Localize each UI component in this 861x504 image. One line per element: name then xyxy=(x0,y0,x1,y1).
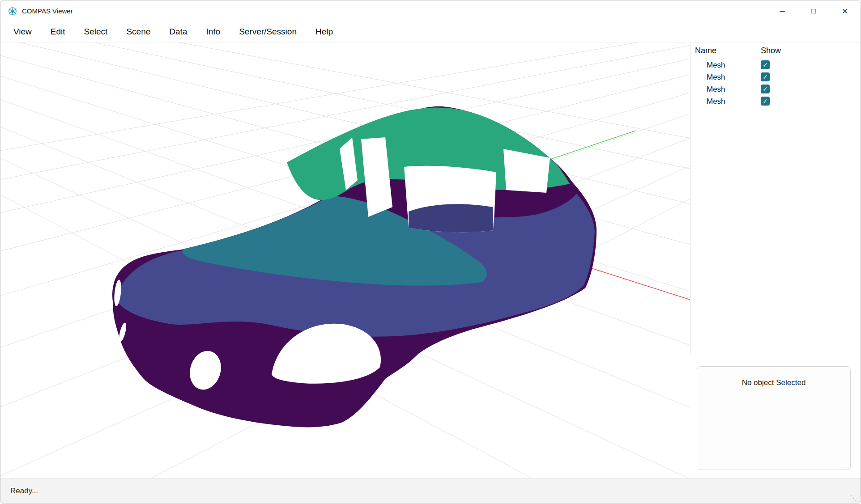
windshield-interior-shadow xyxy=(409,204,494,232)
car-mesh xyxy=(112,106,597,428)
check-icon: ✓ xyxy=(763,62,768,68)
show-checkbox[interactable]: ✓ xyxy=(761,97,770,106)
minimize-button[interactable]: ─ xyxy=(767,0,798,21)
title-group: COMPAS Viewer xyxy=(0,6,73,16)
show-checkbox[interactable]: ✓ xyxy=(761,72,770,81)
inspector-panel: No object Selected xyxy=(697,366,851,470)
compas-logo-icon xyxy=(8,6,17,16)
mesh-label: Mesh xyxy=(691,73,725,82)
status-bar: Ready... ⋱ xyxy=(0,478,861,504)
scene-tree: Name Show Mesh ✓ Mesh ✓ Mesh xyxy=(690,42,861,354)
maximize-icon: □ xyxy=(811,7,816,15)
menu-item-help[interactable]: Help xyxy=(306,21,342,42)
column-header-name[interactable]: Name xyxy=(691,42,756,59)
tree-row[interactable]: Mesh ✓ xyxy=(691,59,861,71)
menu-item-scene[interactable]: Scene xyxy=(117,21,160,42)
menu-item-view[interactable]: View xyxy=(4,21,41,42)
resize-grip-icon[interactable]: ⋱ xyxy=(850,495,857,502)
menu-bar: View Edit Select Scene Data Info Server/… xyxy=(0,21,861,42)
window-controls: ─ □ × xyxy=(767,0,861,21)
minimize-icon: ─ xyxy=(780,8,784,15)
menu-item-select[interactable]: Select xyxy=(75,21,117,42)
tree-row[interactable]: Mesh ✓ xyxy=(691,83,861,95)
grid-line xyxy=(0,42,690,143)
check-icon: ✓ xyxy=(763,74,768,80)
menu-item-data[interactable]: Data xyxy=(160,21,196,42)
column-header-show[interactable]: Show xyxy=(756,42,861,59)
maximize-button[interactable]: □ xyxy=(798,0,829,21)
title-bar: COMPAS Viewer ─ □ × xyxy=(0,0,861,21)
menu-item-server-session[interactable]: Server/Session xyxy=(230,21,306,42)
tree-row[interactable]: Mesh ✓ xyxy=(691,71,861,83)
show-checkbox[interactable]: ✓ xyxy=(761,85,770,93)
status-text: Ready... xyxy=(0,487,38,496)
scene-tree-header: Name Show xyxy=(691,42,861,59)
show-checkbox[interactable]: ✓ xyxy=(761,60,770,69)
mesh-label: Mesh xyxy=(691,97,725,106)
check-icon: ✓ xyxy=(763,86,768,92)
menu-item-edit[interactable]: Edit xyxy=(41,21,75,42)
right-panel: Name Show Mesh ✓ Mesh ✓ Mesh xyxy=(690,42,861,478)
app-window: COMPAS Viewer ─ □ × View Edit Select Sce… xyxy=(0,0,861,504)
main-area: Name Show Mesh ✓ Mesh ✓ Mesh xyxy=(0,42,861,478)
menu-item-info[interactable]: Info xyxy=(196,21,230,42)
tree-row[interactable]: Mesh ✓ xyxy=(691,95,861,107)
check-icon: ✓ xyxy=(763,98,768,104)
no-selection-text: No object Selected xyxy=(742,378,806,387)
close-icon: × xyxy=(842,6,848,17)
mesh-label: Mesh xyxy=(691,85,725,94)
viewport-container xyxy=(0,42,690,479)
viewport-3d[interactable] xyxy=(0,42,690,479)
mesh-label: Mesh xyxy=(691,61,725,70)
close-button[interactable]: × xyxy=(829,0,861,21)
window-title: COMPAS Viewer xyxy=(22,7,73,15)
